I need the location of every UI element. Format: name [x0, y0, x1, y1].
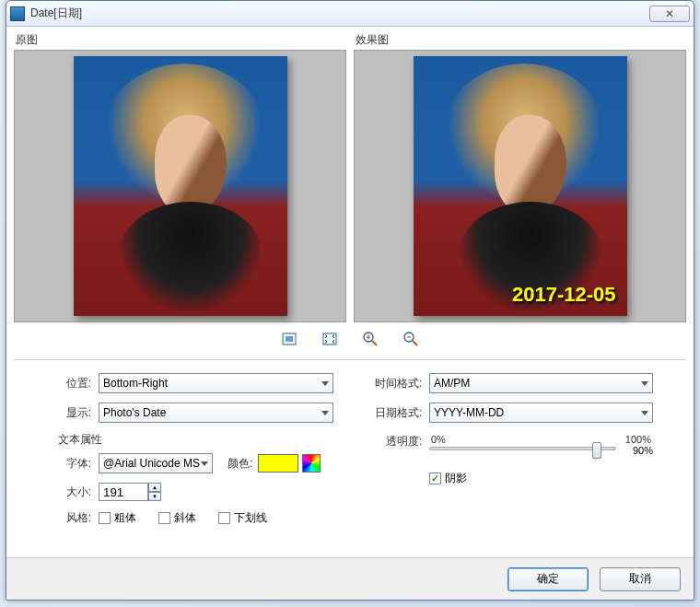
chevron-down-icon [641, 381, 648, 386]
photo-face [155, 115, 227, 215]
opacity-max: 100% [625, 434, 651, 445]
spinner-up[interactable]: ▲ [148, 483, 161, 492]
actual-size-icon[interactable] [322, 332, 337, 346]
right-column: 时间格式: AM/PM 日期格式: YYYY-MM-DD 透明度: 0%100%… [367, 373, 653, 535]
underline-label: 下划线 [234, 510, 267, 526]
opacity-min: 0% [431, 434, 446, 445]
text-props-label: 文本属性 [58, 432, 333, 448]
position-select[interactable]: Bottom-Right [99, 373, 333, 393]
app-icon [10, 6, 25, 21]
date-format-value: YYYY-MM-DD [434, 406, 504, 419]
photo-face [495, 115, 566, 215]
font-value: @Arial Unicode MS [103, 457, 200, 470]
window-title: Date[日期] [30, 6, 649, 21]
dialog-window: Date[日期] ✕ 原图 效果图 [6, 0, 694, 601]
effect-photo: 2017-12-05 [414, 56, 627, 316]
position-value: Bottom-Right [103, 377, 168, 390]
shadow-label: 阴影 [445, 471, 467, 486]
close-button[interactable]: ✕ [649, 6, 690, 22]
show-label: 显示: [47, 405, 99, 421]
size-input[interactable] [99, 483, 148, 501]
original-group: 原图 [14, 32, 346, 322]
size-spinner[interactable]: ▲▼ [99, 483, 161, 501]
effect-group: 效果图 2017-12-05 [354, 32, 686, 322]
photo-collar [118, 202, 263, 312]
opacity-slider-group: 0%100% 90% [429, 434, 653, 450]
show-select[interactable]: Photo's Date [99, 403, 333, 423]
font-select[interactable]: @Arial Unicode MS [99, 453, 213, 473]
opacity-label: 透明度: [367, 434, 429, 449]
titlebar: Date[日期] ✕ [6, 1, 694, 27]
effect-preview: 2017-12-05 [354, 50, 686, 322]
time-format-value: AM/PM [434, 377, 470, 390]
position-label: 位置: [47, 376, 99, 391]
svg-line-8 [413, 341, 417, 345]
ok-button[interactable]: 确定 [508, 567, 589, 591]
time-format-label: 时间格式: [367, 376, 429, 391]
show-value: Photo's Date [103, 406, 166, 419]
chevron-down-icon [321, 381, 329, 386]
content-area: 原图 效果图 2017-12-05 [6, 27, 694, 535]
fit-icon[interactable] [282, 332, 297, 346]
original-label: 原图 [14, 32, 346, 48]
original-preview [14, 50, 346, 322]
slider-thumb[interactable] [592, 442, 601, 459]
date-format-select[interactable]: YYYY-MM-DD [429, 403, 653, 423]
color-swatch[interactable] [258, 454, 298, 473]
svg-line-4 [372, 341, 377, 345]
font-label: 字体: [58, 456, 99, 472]
color-picker-button[interactable] [302, 454, 321, 473]
underline-checkbox[interactable] [218, 512, 230, 524]
svg-rect-1 [286, 336, 293, 342]
effect-label: 效果图 [354, 32, 686, 48]
bold-checkbox[interactable] [99, 512, 111, 524]
shadow-checkbox[interactable] [429, 473, 441, 484]
ok-label: 确定 [537, 571, 559, 587]
preview-row: 原图 效果图 2017-12-05 [14, 32, 686, 322]
bold-label: 粗体 [114, 510, 136, 526]
left-column: 位置: Bottom-Right 显示: Photo's Date 文本属性 字… [47, 373, 333, 535]
close-icon: ✕ [665, 7, 674, 20]
original-photo [74, 56, 287, 316]
chevron-down-icon [641, 411, 648, 415]
style-label: 风格: [58, 510, 99, 526]
opacity-slider[interactable] [429, 447, 616, 450]
divider [14, 359, 686, 360]
date-stamp: 2017-12-05 [512, 283, 616, 307]
cancel-button[interactable]: 取消 [600, 567, 681, 591]
chevron-down-icon [321, 411, 329, 415]
footer: 确定 取消 [6, 557, 694, 600]
italic-checkbox[interactable] [158, 512, 170, 524]
opacity-value: 90% [633, 445, 653, 456]
zoom-in-icon[interactable] [363, 332, 378, 346]
time-format-select[interactable]: AM/PM [429, 373, 653, 393]
size-label: 大小: [58, 484, 99, 500]
settings-panel: 位置: Bottom-Right 显示: Photo's Date 文本属性 字… [14, 373, 686, 535]
spinner-down[interactable]: ▼ [148, 492, 161, 501]
cancel-label: 取消 [629, 571, 651, 587]
date-format-label: 日期格式: [367, 405, 429, 421]
color-label: 颜色: [228, 456, 252, 472]
zoom-toolbar [14, 322, 686, 359]
chevron-down-icon [201, 461, 208, 466]
italic-label: 斜体 [174, 510, 196, 526]
zoom-out-icon[interactable] [403, 332, 418, 346]
